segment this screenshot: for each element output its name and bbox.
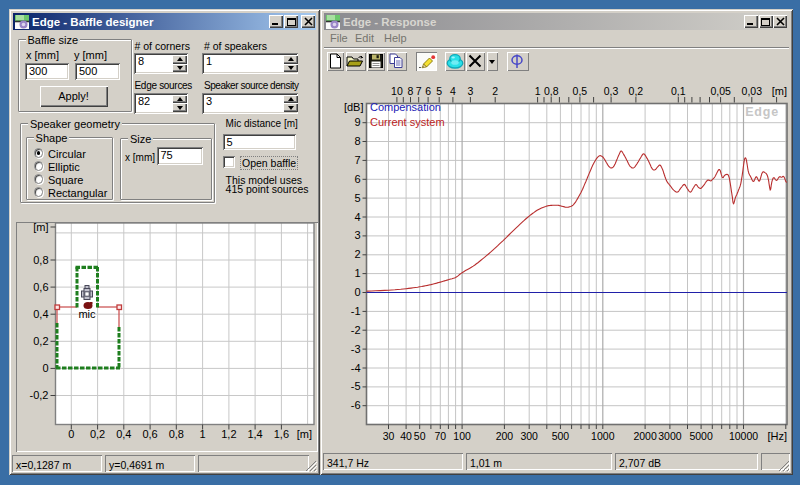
- svg-text:-0,2: -0,2: [30, 389, 49, 401]
- svg-text:0,8: 0,8: [33, 254, 48, 266]
- svg-text:0: 0: [68, 428, 74, 440]
- svg-text:0,6: 0,6: [33, 281, 48, 293]
- svg-text:3: 3: [467, 85, 473, 97]
- svg-text:6: 6: [425, 85, 431, 97]
- svg-text:-1: -1: [351, 305, 361, 317]
- svg-text:1,4: 1,4: [247, 428, 262, 440]
- svg-text:0,3: 0,3: [604, 85, 619, 97]
- svg-text:0,6: 0,6: [142, 428, 157, 440]
- svg-text:70: 70: [434, 430, 446, 442]
- svg-text:1000: 1000: [591, 430, 615, 442]
- svg-text:0,2: 0,2: [90, 428, 105, 440]
- svg-text:0,1: 0,1: [671, 85, 686, 97]
- svg-text:0,4: 0,4: [116, 428, 131, 440]
- svg-text:10: 10: [391, 85, 403, 97]
- svg-text:0,2: 0,2: [629, 85, 644, 97]
- svg-text:2: 2: [354, 248, 360, 260]
- svg-text:8: 8: [408, 85, 414, 97]
- svg-text:8: 8: [354, 135, 360, 147]
- svg-text:7: 7: [354, 154, 360, 166]
- svg-text:5: 5: [354, 192, 360, 204]
- svg-text:[m]: [m]: [772, 85, 787, 97]
- svg-text:3: 3: [354, 229, 360, 241]
- svg-text:300: 300: [520, 430, 538, 442]
- svg-text:-4: -4: [351, 362, 361, 374]
- svg-text:-2: -2: [351, 324, 361, 336]
- svg-text:50: 50: [414, 430, 426, 442]
- svg-text:200: 200: [496, 430, 514, 442]
- svg-text:0,4: 0,4: [33, 308, 48, 320]
- svg-text:6: 6: [354, 173, 360, 185]
- svg-text:-6: -6: [351, 399, 361, 411]
- svg-text:7: 7: [416, 85, 422, 97]
- svg-text:[dB]: [dB]: [344, 101, 364, 113]
- svg-text:100: 100: [453, 430, 471, 442]
- svg-text:0,8: 0,8: [169, 428, 184, 440]
- svg-text:0: 0: [42, 362, 48, 374]
- svg-text:4: 4: [354, 211, 360, 223]
- svg-text:1: 1: [354, 267, 360, 279]
- svg-text:0,5: 0,5: [573, 85, 588, 97]
- svg-text:[m]: [m]: [297, 428, 312, 440]
- svg-text:3000: 3000: [658, 430, 682, 442]
- svg-text:9: 9: [354, 116, 360, 128]
- svg-text:30: 30: [383, 430, 395, 442]
- svg-text:Compensation: Compensation: [370, 101, 441, 113]
- svg-text:2: 2: [492, 85, 498, 97]
- svg-text:500: 500: [552, 430, 570, 442]
- svg-text:mic: mic: [78, 308, 96, 320]
- svg-text:0: 0: [354, 286, 360, 298]
- svg-text:1,6: 1,6: [274, 428, 289, 440]
- svg-text:0,2: 0,2: [33, 335, 48, 347]
- svg-text:-3: -3: [351, 343, 361, 355]
- svg-text:[m]: [m]: [33, 222, 48, 233]
- svg-text:5000: 5000: [689, 430, 713, 442]
- svg-text:10000: 10000: [729, 430, 758, 442]
- svg-text:1,2: 1,2: [221, 428, 236, 440]
- svg-text:40: 40: [400, 430, 412, 442]
- svg-text:0,05: 0,05: [710, 85, 731, 97]
- svg-text:1: 1: [535, 85, 541, 97]
- svg-text:4: 4: [450, 85, 456, 97]
- svg-text:Edge: Edge: [745, 105, 779, 119]
- svg-text:5: 5: [436, 85, 442, 97]
- svg-text:1: 1: [200, 428, 206, 440]
- svg-text:-5: -5: [351, 380, 361, 392]
- svg-text:2000: 2000: [633, 430, 657, 442]
- svg-text:0,8: 0,8: [544, 85, 559, 97]
- svg-text:[Hz]: [Hz]: [767, 430, 787, 442]
- svg-text:Current system: Current system: [370, 116, 445, 128]
- svg-text:0,03: 0,03: [742, 85, 763, 97]
